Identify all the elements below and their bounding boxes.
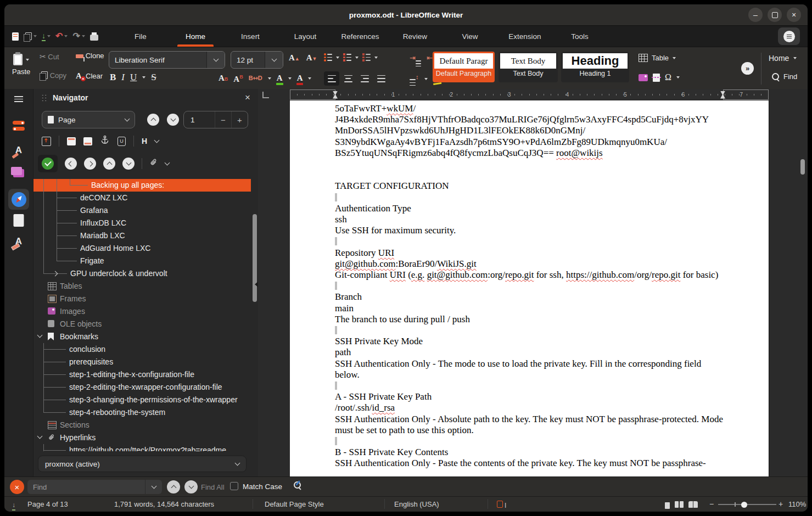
align-left-button[interactable] (324, 71, 339, 86)
sidebar-menu-button[interactable] (14, 96, 23, 102)
promote-button[interactable] (103, 158, 115, 170)
clear-formatting-button[interactable]: A Clear (76, 71, 103, 81)
anchor-text-button[interactable] (100, 135, 110, 147)
insert-image-button[interactable] (639, 74, 648, 81)
previous-page-button[interactable] (147, 114, 159, 126)
tree-collapse-icon[interactable] (37, 434, 43, 439)
navigator-tree-item[interactable]: Frigate (33, 255, 251, 267)
find-close-button[interactable]: × (10, 480, 24, 494)
document-line[interactable]: ssh (335, 214, 724, 225)
navigator-tree-item[interactable]: Tables (33, 280, 251, 293)
demote-button[interactable] (122, 158, 135, 170)
document-line[interactable]: B - SSH Private Key Contents (335, 447, 724, 458)
tab-review[interactable]: Review (388, 26, 443, 47)
navigator-tree-item[interactable]: step-1-editing-the-x-configuration-file (33, 368, 251, 381)
navigator-tree-item[interactable]: Mariadb LXC (33, 229, 251, 242)
tree-expand-icon[interactable] (53, 271, 58, 277)
navigator-tree-item[interactable]: Grafana (33, 204, 251, 217)
outline-dropdown-icon[interactable] (374, 57, 378, 59)
navigate-forward-button[interactable] (84, 158, 96, 170)
tab-tools[interactable]: Tools (552, 26, 607, 47)
bullet-dropdown-icon[interactable] (336, 57, 339, 59)
font-color-dropdown-icon[interactable] (308, 77, 311, 80)
zoom-out-button[interactable]: − (709, 500, 714, 508)
header-button[interactable] (67, 137, 76, 145)
copy-button[interactable]: Copy (40, 71, 66, 80)
table-dropdown-icon[interactable] (673, 57, 676, 59)
decrease-font-size-button[interactable]: A▼ (306, 54, 317, 62)
special-character-dropdown-icon[interactable] (676, 76, 680, 78)
copy-quick-button[interactable] (23, 31, 38, 41)
spacing-dropdown-icon[interactable] (268, 77, 271, 80)
toolbar-overflow-button[interactable]: » (741, 62, 754, 75)
underline-dropdown-icon[interactable] (142, 76, 145, 78)
subscript-button[interactable]: AB (219, 74, 228, 82)
navigator-tree-item[interactable]: Backing up all pages: (33, 179, 251, 192)
style-card-default-paragraph[interactable]: Default Paragr Default Paragraph (433, 52, 495, 82)
content-navigation-view-button[interactable] (42, 137, 51, 146)
bold-button[interactable]: B (110, 72, 116, 82)
selection-mode-status[interactable]: I (497, 501, 506, 509)
highlight-color-button[interactable]: A (277, 74, 283, 82)
navigate-by-dropdown[interactable]: Page (42, 111, 135, 128)
document-line[interactable]: Git-compliant URI (e.g. git@github.com:o… (335, 270, 724, 281)
numbered-dropdown-icon[interactable] (355, 57, 359, 59)
document-line[interactable]: BSz5YtuqUNSqFRigmz6abq4fQ8fycmzLbaQsuCqJ… (335, 148, 724, 159)
maximize-button[interactable] (768, 8, 782, 22)
zoom-slider-knob[interactable] (741, 502, 747, 508)
horizontal-ruler[interactable]: 1234567 (290, 89, 769, 100)
font-size-dropdown-button[interactable] (265, 52, 283, 68)
strikethrough-button[interactable]: S (151, 72, 156, 82)
font-name-dropdown-button[interactable] (206, 52, 225, 68)
numbered-list-button[interactable] (343, 54, 351, 61)
document-scrollbar[interactable] (799, 89, 806, 476)
navigator-tree-item[interactable]: step-3-changing-the-permissions-of-the-x… (33, 394, 251, 406)
document-line[interactable]: SSH Private Key Mode (335, 336, 724, 347)
navigator-tree-item[interactable]: AdGuard Home LXC (33, 242, 251, 255)
tab-file[interactable]: File (113, 26, 168, 47)
sidebar-styles-button[interactable]: A (15, 145, 22, 156)
tab-references[interactable]: References (333, 26, 388, 47)
navigator-tree-item[interactable]: Bookmarks (33, 330, 251, 343)
navigator-tree-item[interactable]: OLE objects (33, 318, 251, 330)
reminder-toggle-button[interactable] (38, 155, 58, 172)
find-and-replace-button[interactable] (294, 481, 301, 489)
find-history-dropdown[interactable] (145, 480, 162, 494)
multi-page-view-button[interactable] (675, 501, 684, 509)
tab-insert[interactable]: Insert (223, 26, 278, 47)
align-center-button[interactable] (340, 71, 356, 86)
navigator-tree-item[interactable]: Hyperlinks (33, 431, 251, 444)
table-insert-button[interactable]: Table (639, 54, 676, 62)
page-break-button[interactable] (653, 74, 660, 82)
notebookbar-view-dropdown[interactable]: Home (769, 54, 797, 63)
zoom-in-button[interactable]: + (779, 500, 783, 508)
document-text[interactable]: 5oTaFwvRT+wkUM/J4B4xkdeR9mha7Sxf8HjVThfr… (335, 103, 724, 469)
undo-button[interactable]: ↶ (54, 31, 69, 42)
character-spacing-button[interactable]: B⇿D (249, 75, 262, 82)
navigator-tree-item[interactable]: Images (33, 305, 251, 318)
navigator-tree-item[interactable]: step-2-editing-the-xwrapper-configuratio… (33, 381, 251, 394)
navigator-tree-item[interactable]: InfluxDB LXC (33, 217, 251, 229)
font-color-button[interactable]: A (297, 74, 303, 82)
book-view-button[interactable] (688, 501, 698, 509)
document-line[interactable] (335, 192, 724, 203)
new-document-button[interactable] (11, 31, 20, 42)
underline-button[interactable]: U (130, 72, 137, 82)
document-line[interactable] (335, 281, 724, 291)
bullet-list-button[interactable] (324, 54, 332, 61)
document-line[interactable]: Authentication Type (335, 203, 724, 214)
page-number-spinner[interactable]: 1 − + (183, 111, 248, 128)
find-previous-button[interactable] (167, 480, 180, 493)
document-line[interactable]: The branch to use during pull / push (335, 314, 724, 325)
document-line[interactable]: /root/.ssh/id_rsa (335, 402, 724, 413)
panel-grip-icon[interactable] (41, 94, 47, 102)
footnote-button[interactable]: U (117, 137, 126, 146)
navigator-scrollbar-thumb[interactable] (253, 214, 257, 302)
document-line[interactable]: SSH Authentication Only - Absolute path … (335, 414, 724, 436)
line-spacing-dropdown-icon[interactable] (424, 78, 428, 80)
sidebar-properties-button[interactable] (13, 121, 25, 131)
close-button[interactable]: × (787, 8, 801, 22)
document-line[interactable]: Use SSH for maximum security. (335, 225, 724, 236)
next-page-button[interactable] (167, 114, 179, 126)
tab-stop-selector[interactable] (262, 92, 269, 98)
